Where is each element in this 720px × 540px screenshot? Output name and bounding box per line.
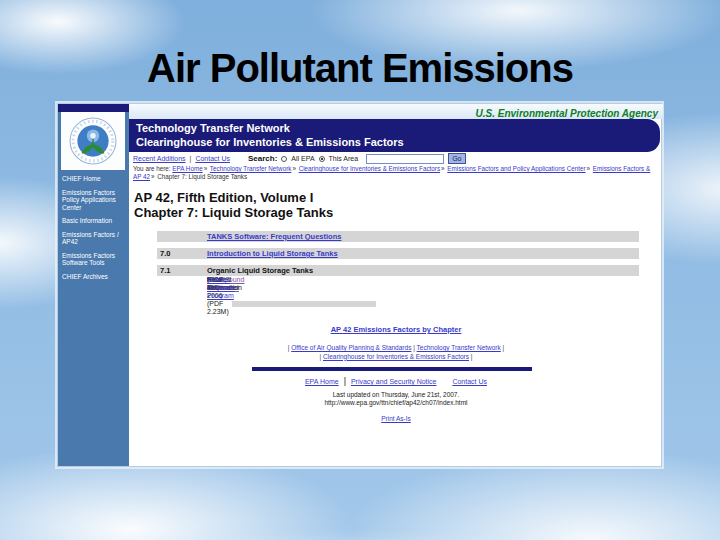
privacy-notice-link[interactable]: Privacy and Security Notice bbox=[351, 378, 437, 385]
pipe-separator: | bbox=[471, 353, 473, 360]
table-row: TANKS Software: Frequent Questions bbox=[157, 231, 639, 242]
last-updated-text: Last updated on Thursday, June 21st, 200… bbox=[129, 391, 663, 398]
page-title: AP 42, Fifth Edition, Volume I Chapter 7… bbox=[134, 190, 333, 220]
ttn-link[interactable]: Technology Transfer Network bbox=[417, 344, 501, 351]
breadcrumb-ttn[interactable]: Technology Transfer Network bbox=[210, 165, 292, 172]
breadcrumb-current: Chapter 7: Liquid Storage Tanks bbox=[157, 173, 247, 180]
sidebar-item-basic-information[interactable]: Basic Information bbox=[58, 217, 126, 225]
agency-strip: U.S. Environmental Protection Agency bbox=[129, 104, 663, 119]
site-banner-line2: Clearinghouse for Inventories & Emission… bbox=[136, 135, 660, 149]
epa-seal-icon bbox=[69, 117, 117, 165]
sidebar-item-emissions-factors-ap42[interactable]: Emissions Factors / AP42 bbox=[58, 231, 126, 246]
print-row: Print As-Is bbox=[129, 407, 663, 425]
search-row: Recent Additions | Contact Us Search: Al… bbox=[133, 152, 660, 165]
tanks-software-program-link[interactable]: TANKS Software Program bbox=[207, 276, 235, 300]
footer-links: EPA Home | Privacy and Security Notice C… bbox=[129, 376, 663, 386]
toc-row-number: 7.1 bbox=[157, 266, 207, 275]
sidebar-item-policy-applications[interactable]: Emissions Factors Policy Applications Ce… bbox=[58, 189, 126, 212]
breadcrumb-epa-home[interactable]: EPA Home bbox=[172, 165, 202, 172]
go-button[interactable]: Go bbox=[448, 153, 465, 164]
intro-liquid-storage-link[interactable]: Introduction to Liquid Storage Tanks bbox=[207, 249, 338, 258]
divider bbox=[232, 301, 376, 307]
site-banner: Technology Transfer Network Clearinghous… bbox=[129, 119, 660, 152]
chief-link[interactable]: Clearinghouse for Inventories & Emission… bbox=[323, 353, 469, 360]
pipe-separator: | bbox=[503, 344, 505, 351]
browser-screenshot: U.S. Environmental Protection Agency Tec… bbox=[57, 103, 662, 467]
topnav-separator: | bbox=[190, 155, 192, 162]
sidebar-item-chief-home[interactable]: CHIEF Home bbox=[58, 175, 126, 183]
organic-liquid-storage-title: Organic Liquid Storage Tanks bbox=[207, 266, 313, 275]
ap42-by-chapter-link[interactable]: AP 42 Emissions Factors by Chapter bbox=[331, 325, 462, 334]
footer-epa-home-link[interactable]: EPA Home bbox=[305, 378, 339, 385]
this-area-radio[interactable] bbox=[319, 156, 325, 162]
breadcrumb-separator: » bbox=[150, 173, 156, 180]
table-row: 7.1 Organic Liquid Storage Tanks bbox=[157, 265, 639, 276]
toc-row-number: 7.0 bbox=[157, 249, 207, 258]
breadcrumb-separator: » bbox=[291, 165, 297, 172]
agency-banner-text: U.S. Environmental Protection Agency bbox=[476, 108, 658, 119]
footer-contact-us-link[interactable]: Contact Us bbox=[452, 378, 487, 385]
all-epa-radio[interactable] bbox=[281, 156, 287, 162]
page-title-line1: AP 42, Fifth Edition, Volume I bbox=[134, 190, 333, 205]
org-links: | Office of Air Quality Planning & Stand… bbox=[129, 344, 663, 361]
chapter-link-row: AP 42 Emissions Factors by Chapter bbox=[129, 318, 663, 336]
search-input[interactable] bbox=[366, 154, 444, 164]
all-epa-radio-label: All EPA bbox=[291, 155, 314, 162]
pipe-separator: | bbox=[320, 353, 322, 360]
footer-rule bbox=[252, 367, 532, 371]
breadcrumb-chief[interactable]: Clearinghouse for Inventories & Emission… bbox=[299, 165, 440, 172]
slide-background: Air Pollutant Emissions U.S. Environment… bbox=[0, 0, 720, 540]
breadcrumb: You are here: EPA Home» Technology Trans… bbox=[133, 165, 657, 180]
recent-additions-link[interactable]: Recent Additions bbox=[133, 155, 186, 162]
breadcrumb-separator: » bbox=[203, 165, 209, 172]
sidebar-nav: CHIEF Home Emissions Factors Policy Appl… bbox=[58, 175, 129, 286]
sidebar-top-strip bbox=[58, 104, 129, 112]
print-as-is-link[interactable]: Print As-Is bbox=[381, 415, 411, 422]
sidebar-item-chief-archives[interactable]: CHIEF Archives bbox=[58, 273, 126, 281]
table-row: 7.0 Introduction to Liquid Storage Tanks bbox=[157, 248, 639, 259]
sidebar-item-software-tools[interactable]: Emissions Factors Software Tools bbox=[58, 252, 126, 267]
site-banner-line1: Technology Transfer Network bbox=[136, 122, 660, 135]
this-area-radio-label: This Area bbox=[329, 155, 359, 162]
search-label: Search: bbox=[248, 154, 277, 163]
page-url-text: http://www.epa.gov/ttn/chief/ap42/ch07/i… bbox=[129, 399, 663, 406]
page-title-line2: Chapter 7: Liquid Storage Tanks bbox=[134, 205, 333, 220]
breadcrumb-prefix: You are here: bbox=[133, 165, 171, 172]
pipe-separator: | bbox=[413, 344, 415, 351]
pipe-separator: | bbox=[288, 344, 290, 351]
contact-us-link[interactable]: Contact Us bbox=[195, 155, 230, 162]
epa-logo bbox=[61, 112, 125, 170]
tanks-faq-link[interactable]: TANKS Software: Frequent Questions bbox=[207, 232, 341, 241]
breadcrumb-efpac[interactable]: Emissions Factors and Policy Application… bbox=[447, 165, 585, 172]
pipe-separator: | bbox=[341, 376, 349, 386]
breadcrumb-separator: » bbox=[440, 165, 446, 172]
breadcrumb-separator: » bbox=[586, 165, 592, 172]
oaqps-link[interactable]: Office of Air Quality Planning & Standar… bbox=[291, 344, 411, 351]
slide-title: Air Pollutant Emissions bbox=[0, 46, 720, 91]
